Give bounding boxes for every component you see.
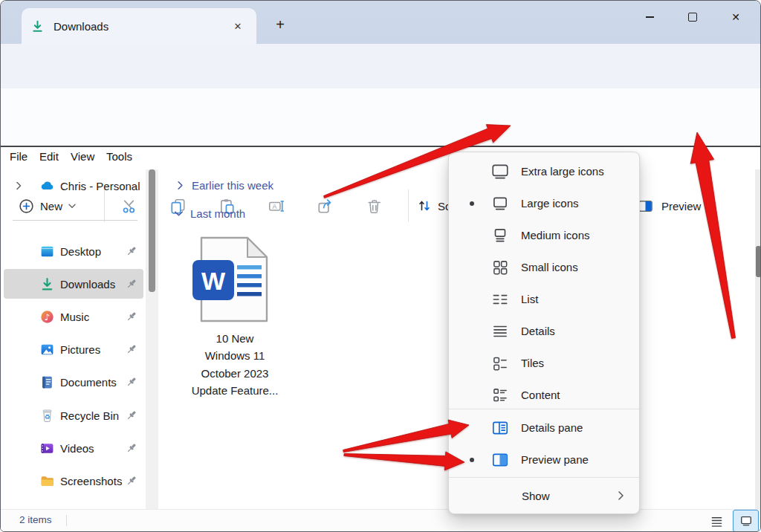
sidebar-item-label: Pictures [60, 343, 100, 356]
delete-button[interactable] [359, 188, 389, 224]
details-view-toggle-button[interactable] [704, 511, 729, 531]
screenshots-icon [39, 473, 55, 489]
menu-item-preview-pane[interactable]: Preview pane [449, 444, 639, 476]
preview-toggle-button[interactable]: Preview [637, 188, 701, 224]
sidebar-item-recycle-bin[interactable]: ♻ Recycle Bin [4, 400, 143, 430]
menu-item-show[interactable]: Show [449, 480, 639, 512]
minimize-icon [646, 16, 654, 18]
menu-item-list[interactable]: List [449, 283, 639, 315]
menu-item-small-icons[interactable]: Small icons [449, 251, 639, 283]
close-icon: ✕ [731, 11, 740, 23]
sidebar-item-pictures[interactable]: Pictures [4, 334, 143, 364]
expand-chevron-icon[interactable] [13, 180, 25, 192]
menu-item-details-pane[interactable]: Details pane [449, 412, 639, 444]
videos-icon [39, 441, 55, 456]
pin-icon [126, 475, 137, 487]
menu-item-content[interactable]: Content [449, 379, 639, 411]
tab-close-button[interactable]: ✕ [228, 16, 247, 36]
thumbnail-view-icon [739, 514, 753, 528]
menu-edit[interactable]: Edit [39, 150, 59, 163]
chevron-right-icon [175, 180, 186, 191]
chevron-down-icon [68, 204, 76, 209]
content-scrollbar[interactable] [755, 169, 761, 509]
items-count: 2 items [19, 514, 52, 525]
sidebar-item-screenshots[interactable]: Screenshots [4, 466, 143, 496]
sidebar-item-label: Chris - Personal [60, 180, 140, 192]
word-logo: W [201, 267, 226, 295]
new-button-label: New [40, 200, 62, 213]
maximize-icon [688, 13, 697, 22]
minimize-button[interactable] [638, 7, 661, 27]
close-button[interactable]: ✕ [725, 7, 747, 27]
arrow-to-preview-pane [344, 452, 464, 470]
selected-bullet-icon [470, 201, 474, 206]
sidebar-item-downloads[interactable]: Downloads [4, 269, 143, 299]
pictures-icon [39, 342, 55, 357]
menu-tools[interactable]: Tools [106, 150, 132, 163]
maximize-button[interactable] [681, 7, 704, 27]
sidebar-item-label: Documents [60, 376, 117, 389]
word-document-icon: W [191, 236, 268, 322]
titlebar[interactable]: Downloads ✕ + ✕ [1, 1, 760, 44]
pin-icon [126, 409, 137, 421]
small-icons-icon [490, 258, 510, 277]
sidebar-item-desktop[interactable]: Desktop [4, 236, 143, 266]
svg-text:A: A [272, 202, 276, 210]
group-label: Last month [190, 207, 245, 220]
content-icon [490, 386, 510, 405]
menu-separator [449, 409, 639, 409]
onedrive-cloud-icon [39, 178, 55, 194]
sort-icon [417, 198, 432, 213]
pin-icon [126, 343, 137, 355]
menu-item-details[interactable]: Details [449, 315, 639, 347]
navigation-bar: ← → ↑ ↻ Downloads [1, 44, 760, 88]
sidebar-item-documents[interactable]: Documents [4, 367, 143, 397]
sidebar-item-videos[interactable]: Videos [4, 433, 143, 463]
menu-item-tiles[interactable]: Tiles [449, 347, 639, 379]
downloads-tab-icon [30, 19, 45, 33]
status-divider [66, 515, 67, 526]
file-explorer-window: Downloads ✕ + ✕ ← → ↑ ↻ Downloads [0, 0, 761, 532]
sidebar-scrollbar[interactable] [146, 169, 158, 509]
menu-item-extra-large-icons[interactable]: Extra large icons [449, 155, 639, 187]
extra-large-icons-icon [490, 162, 510, 181]
file-item-word-document[interactable]: W [191, 236, 268, 322]
content-scrollbar-thumb[interactable] [756, 246, 761, 277]
menu-item-medium-icons[interactable]: Medium icons [449, 219, 639, 251]
music-icon: ♪ [39, 309, 55, 325]
tiles-icon [490, 354, 510, 373]
chevron-down-icon [173, 208, 184, 219]
group-header-last-month[interactable]: Last month [173, 207, 245, 220]
pin-icon [126, 376, 137, 388]
rename-button[interactable]: A [261, 188, 291, 224]
documents-icon [39, 374, 55, 390]
pin-icon [126, 245, 137, 257]
group-header-earlier-this-week[interactable]: Earlier this week [175, 179, 273, 192]
view-dropdown-menu: Extra large icons Large icons Medium ico… [448, 152, 640, 514]
pin-icon [126, 278, 137, 290]
sidebar-item-onedrive[interactable]: Chris - Personal [4, 171, 143, 201]
new-tab-button[interactable]: + [268, 13, 292, 36]
thumbnail-view-toggle-button[interactable] [733, 510, 759, 532]
file-name[interactable]: 10 New Windows 11 October 2023 Update Fe… [173, 330, 297, 399]
sidebar-scrollbar-thumb[interactable] [149, 169, 155, 292]
sidebar-divider [13, 220, 137, 221]
classic-menu-bar: File Edit View Tools [1, 147, 760, 169]
sidebar-item-label: Screenshots [60, 475, 122, 487]
pin-icon [126, 311, 137, 322]
tab-title: Downloads [54, 20, 109, 33]
menu-view[interactable]: View [71, 150, 94, 163]
desktop-icon [39, 244, 55, 259]
share-button[interactable] [310, 188, 340, 224]
recycle-bin-icon: ♻ [39, 408, 55, 424]
svg-text:♻: ♻ [44, 413, 50, 421]
menu-item-large-icons[interactable]: Large icons [449, 187, 639, 219]
sidebar-item-label: Music [60, 311, 89, 323]
details-icon [490, 322, 510, 341]
selected-bullet-icon [470, 458, 474, 462]
menu-file[interactable]: File [10, 150, 27, 163]
sidebar-item-label: Recycle Bin [60, 409, 119, 422]
preview-button-label: Preview [661, 200, 701, 213]
sidebar-item-music[interactable]: ♪ Music [4, 302, 143, 331]
tab-downloads[interactable]: Downloads ✕ [22, 8, 256, 44]
